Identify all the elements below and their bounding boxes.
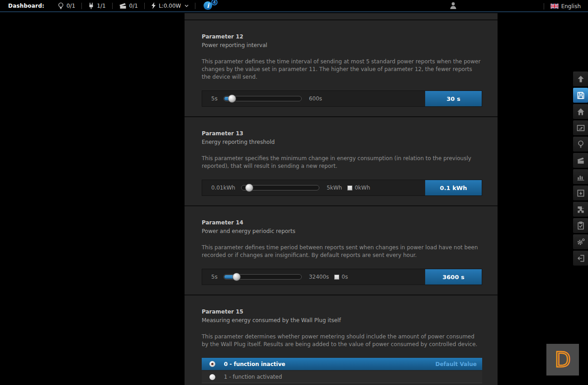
- save-icon: [576, 91, 585, 100]
- rooms-button[interactable]: [573, 120, 588, 135]
- slider-knob[interactable]: [232, 273, 241, 281]
- scenes-button[interactable]: [573, 153, 588, 168]
- notifications-count-badge: 4: [211, 0, 218, 5]
- power-icon: [151, 2, 156, 9]
- parameter-12-section: Parameter 12 Power reporting interval Th…: [185, 20, 498, 117]
- uk-flag-icon: [550, 4, 559, 9]
- logout-button[interactable]: [573, 251, 588, 266]
- plugins-puzzle-icon: [576, 205, 585, 214]
- parameter-13-slider[interactable]: [241, 185, 319, 190]
- brand-logo: D: [546, 344, 579, 375]
- checkbox-label: 0kWh: [355, 185, 370, 191]
- brand-letter: D: [555, 349, 570, 370]
- language-selector[interactable]: English: [550, 3, 581, 10]
- home-icon: [576, 107, 585, 116]
- backup-box-icon: [576, 189, 585, 198]
- slider-min-label: 0.01kWh: [211, 185, 235, 191]
- parameter-12-control-row: 5s 600s Default 30 s: [202, 90, 482, 107]
- blinds-icon: [119, 3, 127, 9]
- stat-lights-value: 0/1: [66, 3, 75, 9]
- stat-lights[interactable]: 0/1: [58, 2, 75, 10]
- parameter-13-control-row: 0.01kWh 5kWh 0kWh Default 0.1 kWh: [202, 180, 482, 196]
- save-button[interactable]: [573, 88, 588, 103]
- parameter-15-options: 0 - function inactive Default Value 1 - …: [202, 358, 482, 383]
- stat-blinds[interactable]: 0/1: [119, 3, 138, 9]
- topbar-divider: [195, 3, 195, 9]
- arrow-up-icon: [576, 75, 585, 84]
- topbar-divider: [544, 3, 544, 10]
- reports-button[interactable]: [573, 218, 588, 233]
- option-function-inactive[interactable]: 0 - function inactive Default Value: [202, 358, 482, 370]
- bulb-icon: [58, 2, 64, 10]
- option-label: 1 - function activated: [224, 374, 282, 380]
- parameter-subtitle: Measuring energy consumed by the Wall Pl…: [202, 317, 482, 323]
- zero-value-checkbox[interactable]: [347, 185, 352, 190]
- topbar-divider: [144, 3, 145, 9]
- zero-value-checkbox[interactable]: [334, 275, 339, 280]
- parameter-description: This parameter determines whether power …: [202, 333, 482, 348]
- energy-chart-icon: [576, 172, 585, 181]
- user-icon: [450, 2, 457, 10]
- parameter-subtitle: Power and energy periodic reports: [202, 228, 482, 234]
- slider-min-label: 5s: [211, 274, 218, 280]
- logout-icon: [576, 254, 585, 263]
- slider-knob[interactable]: [245, 184, 253, 192]
- parameter-subtitle: Power reporting interval: [202, 42, 482, 48]
- stat-plugs[interactable]: 1/1: [88, 2, 105, 10]
- parameters-panel: Parameter 12 Power reporting interval Th…: [185, 13, 498, 385]
- user-button[interactable]: [450, 2, 457, 11]
- slider-knob[interactable]: [228, 95, 236, 103]
- parameter-title: Parameter 13: [202, 130, 482, 137]
- slider-max-label: 5kWh: [327, 185, 342, 191]
- right-toolbar: [573, 71, 588, 266]
- parameter-14-slider[interactable]: [223, 274, 302, 280]
- parameter-13-section: Parameter 13 Energy reporting threshold …: [185, 117, 498, 206]
- parameter-description: This parameter specifies the minimum cha…: [202, 155, 482, 170]
- radio-unselected-icon[interactable]: [209, 374, 215, 380]
- devices-button[interactable]: [573, 137, 588, 152]
- chevron-down-icon: [185, 5, 189, 7]
- parameter-15-section: Parameter 15 Measuring energy consumed b…: [185, 295, 498, 385]
- parameter-title: Parameter 15: [202, 309, 482, 315]
- slider-min-label: 5s: [211, 95, 218, 102]
- parameter-12-value[interactable]: 30 s: [425, 91, 482, 106]
- slider-max-label: 32400s: [309, 274, 329, 280]
- parameter-description: This parameter defines the time interval…: [202, 58, 482, 81]
- stat-power-value: L:0.00W: [159, 3, 181, 9]
- rooms-icon: [576, 124, 585, 133]
- scenes-icon: [576, 156, 585, 165]
- parameter-12-slider[interactable]: [223, 96, 302, 101]
- topbar-divider: [81, 3, 82, 9]
- home-button[interactable]: [573, 104, 588, 119]
- language-label: English: [561, 3, 581, 10]
- radio-selected-icon[interactable]: [209, 361, 215, 367]
- parameter-14-control-row: 5s 32400s 0s Default 3600 s: [202, 269, 482, 285]
- backup-button[interactable]: [573, 185, 588, 200]
- configuration-button[interactable]: [573, 234, 588, 249]
- scroll-top-button[interactable]: [573, 71, 588, 86]
- configuration-gears-icon: [576, 238, 585, 247]
- option-function-activated[interactable]: 1 - function activated: [202, 371, 482, 383]
- stat-blinds-value: 0/1: [129, 3, 138, 9]
- plug-icon: [88, 2, 94, 10]
- parameter-14-value[interactable]: 3600 s: [425, 269, 482, 285]
- parameter-14-section: Parameter 14 Power and energy periodic r…: [185, 206, 498, 295]
- dashboard-label: Dashboard:: [8, 3, 44, 9]
- checkbox-label: 0s: [341, 274, 348, 280]
- devices-bulb-icon: [576, 140, 585, 149]
- reports-clipboard-icon: [576, 221, 585, 230]
- top-bar: Dashboard: 0/1 1/1 0/1 L:0.00W i 4: [0, 0, 588, 12]
- stat-power-load[interactable]: L:0.00W: [151, 2, 189, 9]
- parameter-13-value[interactable]: 0.1 kWh: [425, 180, 482, 195]
- default-value-badge: Default Value: [435, 361, 477, 367]
- notifications-button[interactable]: i 4: [204, 1, 212, 10]
- slider-max-label: 600s: [309, 95, 322, 102]
- stat-plugs-value: 1/1: [97, 3, 105, 9]
- previous-section-edge: [185, 13, 498, 20]
- energy-panel-button[interactable]: [573, 169, 588, 184]
- parameter-subtitle: Energy reporting threshold: [202, 139, 482, 145]
- parameter-title: Parameter 14: [202, 219, 482, 226]
- option-label: 0 - function inactive: [224, 361, 285, 367]
- parameter-description: This parameter defines time period betwe…: [202, 244, 482, 259]
- plugins-button[interactable]: [573, 202, 588, 217]
